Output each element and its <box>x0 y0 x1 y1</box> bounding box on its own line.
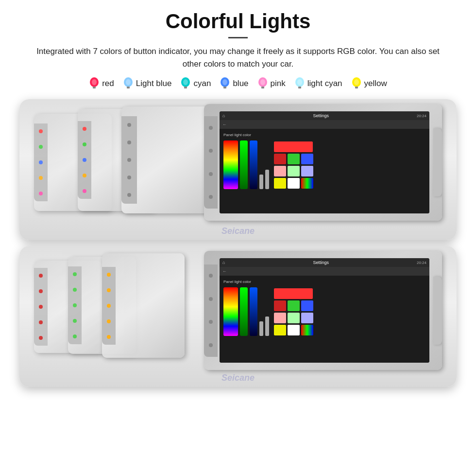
b3-btn2 <box>107 288 111 292</box>
color-legend: red Light blue cyan <box>89 77 387 90</box>
svg-rect-10 <box>223 87 226 88</box>
svg-rect-16 <box>298 87 301 88</box>
watermark-top: Seicane <box>221 226 255 236</box>
bm-btn-1 <box>209 274 213 278</box>
btn-red-2 <box>83 127 86 131</box>
bottom-side-3 <box>102 267 116 345</box>
bulb-icon-yellow <box>351 77 362 90</box>
svg-point-5 <box>126 79 131 85</box>
color-item-cyan: cyan <box>180 77 211 90</box>
bm-btn-4 <box>209 343 213 347</box>
bulb-icon-lightblue <box>123 77 134 90</box>
b2-btn3 <box>73 303 77 307</box>
btn-green-1 <box>39 145 43 149</box>
color-label-lightcyan: light cyan <box>307 79 342 88</box>
page-title: Colorful Lights <box>166 10 311 33</box>
bottom-unit-main: ⌂ Settings 20:24 ← Panel light color <box>204 251 442 370</box>
bottom-side-main <box>204 264 218 357</box>
back-arrow: ← <box>222 122 227 127</box>
bottom-side-2 <box>68 266 82 344</box>
bottom-back-arrow: ← <box>222 269 227 274</box>
b1-btn5 <box>39 336 43 340</box>
bottom-status-bar: ⌂ Settings 20:24 <box>220 258 429 267</box>
btn-green-2 <box>83 142 86 146</box>
bulb-icon-lightcyan <box>294 77 305 90</box>
svg-rect-13 <box>261 87 264 88</box>
svg-point-2 <box>92 79 97 85</box>
b2-btn2 <box>73 288 77 292</box>
color-item-red: red <box>89 77 114 90</box>
color-label-red: red <box>102 79 114 88</box>
panel-light-label: Panel light color <box>223 133 269 137</box>
color-label-lightblue: Light blue <box>136 79 172 88</box>
bulb-icon-cyan <box>180 77 191 90</box>
b1-btn3 <box>39 305 43 309</box>
status-time: 20:24 <box>417 114 426 118</box>
b1-btn2 <box>39 289 43 293</box>
bottom-side-1 <box>34 268 48 346</box>
side-buttons-2 <box>78 121 91 199</box>
side-buttons-1 <box>34 123 48 201</box>
b1-btn4 <box>39 320 43 324</box>
color-item-lightcyan: light cyan <box>294 77 342 90</box>
svg-point-20 <box>354 79 359 85</box>
watermark-bottom: Seicane <box>221 373 255 383</box>
btn-blue-1 <box>39 160 43 164</box>
color-item-pink: pink <box>257 77 286 90</box>
color-item-yellow: yellow <box>351 77 387 90</box>
bulb-icon-pink <box>257 77 268 90</box>
side-buttons-3 <box>121 116 137 204</box>
settings-label: Settings <box>313 113 329 118</box>
btn-yellow-1 <box>39 176 43 180</box>
main-btn-4 <box>209 195 213 199</box>
btn-yellow-2 <box>83 174 86 177</box>
bm-btn-2 <box>209 297 213 301</box>
svg-rect-7 <box>184 87 187 88</box>
color-item-lightblue: Light blue <box>123 77 172 90</box>
bottom-unit-3 <box>102 253 185 358</box>
main-screen: ⌂ Settings 20:24 ← <box>220 111 429 213</box>
bottom-home-icon: ⌂ <box>222 260 225 265</box>
subtitle: Integrated with 7 colors of button indic… <box>29 45 447 70</box>
color-label-blue: blue <box>233 79 248 88</box>
side-buttons-main <box>204 116 218 209</box>
bottom-panel-units: ⌂ Settings 20:24 ← Panel light color <box>19 246 457 387</box>
btn-pink-2 <box>83 189 86 193</box>
color-label-cyan: cyan <box>193 79 211 88</box>
btn-gray-2 <box>127 141 131 144</box>
color-label-pink: pink <box>271 79 286 88</box>
bottom-screen: ⌂ Settings 20:24 ← Panel light color <box>220 258 429 363</box>
svg-point-17 <box>297 79 302 85</box>
svg-point-14 <box>260 79 265 85</box>
b3-btn3 <box>107 304 111 308</box>
unit-main: ⌂ Settings 20:24 ← <box>204 104 442 221</box>
top-panel-units: ⌂ Settings 20:24 ← <box>19 99 457 240</box>
color-item-blue: blue <box>220 77 248 90</box>
btn-gray-4 <box>127 176 131 179</box>
main-btn-2 <box>209 149 213 153</box>
bulb-icon-red <box>89 77 100 90</box>
b1-btn1 <box>39 274 43 278</box>
btn-red-1 <box>39 129 43 133</box>
bottom-settings-label: Settings <box>313 260 329 265</box>
b3-btn1 <box>107 273 111 277</box>
panels-area: ⌂ Settings 20:24 ← <box>19 99 457 387</box>
btn-gray-3 <box>127 158 131 162</box>
b2-btn5 <box>73 334 77 338</box>
b3-btn5 <box>107 335 111 339</box>
btn-blue-2 <box>83 158 86 162</box>
page-container: Colorful Lights Integrated with 7 colors… <box>0 0 476 457</box>
b2-btn1 <box>73 272 77 276</box>
bulb-icon-blue <box>220 77 230 90</box>
svg-point-8 <box>183 79 188 85</box>
screen-status-bar: ⌂ Settings 20:24 <box>220 111 429 120</box>
svg-rect-1 <box>93 87 96 88</box>
main-btn-3 <box>209 172 213 176</box>
title-divider <box>228 37 248 38</box>
btn-gray-5 <box>127 193 131 197</box>
bottom-status-time: 20:24 <box>417 261 426 265</box>
b2-btn4 <box>73 319 77 323</box>
bm-btn-3 <box>209 320 213 324</box>
bottom-right-bracket <box>433 277 442 345</box>
bottom-panel-light-label: Panel light color <box>223 280 269 284</box>
